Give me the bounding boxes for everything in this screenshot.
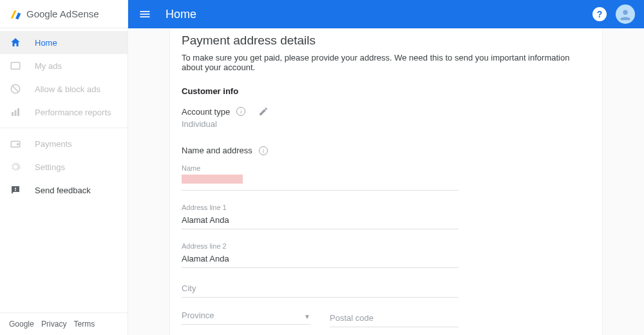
svg-rect-11 <box>140 14 150 15</box>
footer-google[interactable]: Google <box>9 320 34 329</box>
help-icon[interactable]: ? <box>592 7 607 21</box>
sidebar-item-reports[interactable]: Performance reports <box>0 100 128 124</box>
sidebar-item-label: Settings <box>35 162 65 172</box>
ads-icon <box>9 59 22 72</box>
name-redacted <box>182 175 243 184</box>
svg-rect-12 <box>140 16 150 17</box>
home-icon <box>9 36 22 49</box>
address-line-1-input[interactable] <box>182 213 459 229</box>
svg-rect-4 <box>15 110 17 116</box>
sidebar-item-payments[interactable]: Payments <box>0 132 128 155</box>
sidebar-item-feedback[interactable]: Send feedback <box>0 178 128 202</box>
field-address-1: Address line 1 <box>182 204 459 229</box>
svg-point-13 <box>623 10 627 15</box>
topbar: Home ? <box>128 0 644 28</box>
info-icon[interactable]: i <box>259 146 268 155</box>
field-label: Address line 1 <box>182 204 459 211</box>
field-label: Name <box>182 164 459 172</box>
field-name: Name <box>182 164 459 191</box>
account-type-row: Account type i <box>182 106 591 117</box>
gear-icon <box>9 160 22 173</box>
card: Payment address details To make sure you… <box>170 28 602 335</box>
sidebar-item-home[interactable]: Home <box>0 31 128 54</box>
svg-rect-9 <box>15 190 16 191</box>
payments-icon <box>9 137 22 150</box>
heading: Payment address details <box>182 34 591 48</box>
svg-rect-5 <box>17 108 19 116</box>
account-type-label: Account type <box>182 107 230 117</box>
svg-rect-8 <box>15 187 16 189</box>
field-city <box>182 281 459 298</box>
main: Home ? Payment address details To make s… <box>128 0 644 335</box>
nav: Home My ads Allow & block ads Performanc… <box>0 28 128 312</box>
sidebar-item-label: Allow & block ads <box>35 84 100 94</box>
nav-separator <box>0 128 128 128</box>
account-type-value: Individual <box>182 119 591 129</box>
info-icon[interactable]: i <box>236 107 245 116</box>
svg-point-7 <box>17 144 19 145</box>
content: Payment address details To make sure you… <box>128 28 644 335</box>
svg-rect-3 <box>12 112 14 116</box>
adsense-logo-icon <box>9 8 22 21</box>
block-icon <box>9 82 22 95</box>
city-input[interactable] <box>182 281 459 298</box>
subheading: To make sure you get paid, please provid… <box>182 53 591 72</box>
svg-rect-0 <box>11 62 20 70</box>
postal-code-input[interactable] <box>330 311 459 327</box>
edit-icon[interactable] <box>258 106 269 117</box>
sidebar-item-label: Performance reports <box>35 108 111 117</box>
sidebar-item-label: Payments <box>35 139 72 149</box>
sidebar-item-allow-block[interactable]: Allow & block ads <box>0 77 128 100</box>
page-title: Home <box>166 8 592 21</box>
brand: Google AdSense <box>0 0 128 28</box>
field-label: Address line 2 <box>182 242 459 250</box>
menu-icon[interactable] <box>137 6 153 22</box>
name-address-row: Name and address i <box>182 146 591 155</box>
svg-rect-10 <box>140 11 150 12</box>
footer-terms[interactable]: Terms <box>74 320 95 329</box>
sidebar-item-settings[interactable]: Settings <box>0 155 128 178</box>
address-line-2-input[interactable] <box>182 251 459 268</box>
name-address-label: Name and address <box>182 146 252 155</box>
sidebar-item-label: My ads <box>35 61 62 71</box>
brand-text: Google AdSense <box>26 8 99 19</box>
reports-icon <box>9 106 22 119</box>
avatar[interactable] <box>616 5 635 24</box>
sidebar-item-label: Send feedback <box>35 186 91 195</box>
sidebar-item-label: Home <box>35 38 57 48</box>
sidebar: Google AdSense Home My ads Allow & b <box>0 0 128 335</box>
feedback-icon <box>9 184 22 196</box>
province-select[interactable]: Province ▼ <box>182 311 310 325</box>
sidebar-item-my-ads[interactable]: My ads <box>0 54 128 77</box>
sidebar-footer: Google Privacy Terms <box>0 312 128 335</box>
svg-line-2 <box>13 86 19 92</box>
province-placeholder: Province <box>182 311 304 320</box>
footer-privacy[interactable]: Privacy <box>41 320 66 329</box>
province-postal-row: Province ▼ <box>182 311 459 327</box>
chevron-down-icon: ▼ <box>304 313 310 320</box>
field-address-2: Address line 2 <box>182 242 459 268</box>
section-customer-info: Customer info <box>182 86 591 96</box>
